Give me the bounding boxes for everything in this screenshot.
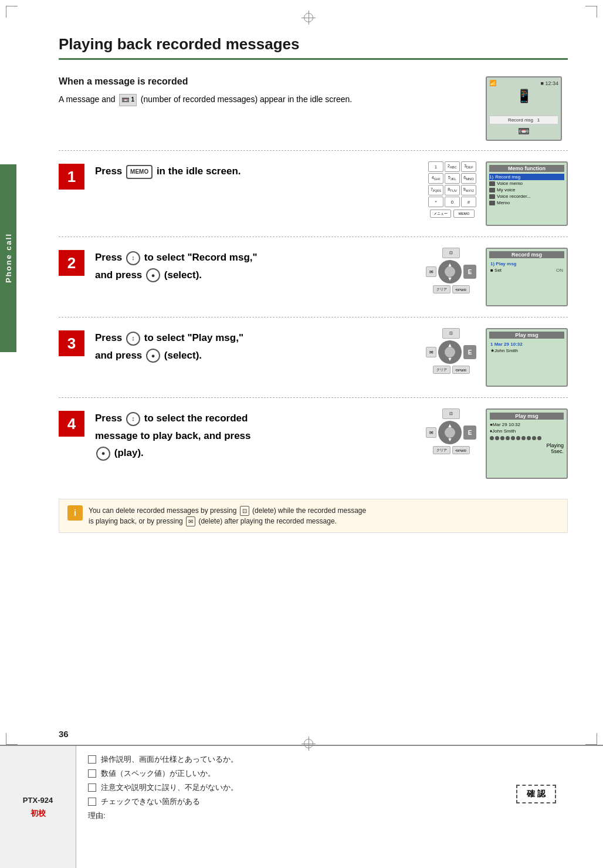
play-msg-title: Play msg <box>489 332 564 339</box>
record-screen-item-1: 1) Play msg <box>489 261 564 267</box>
progress-dot-1 <box>490 436 494 440</box>
step-2-images: ⊡ ✉ ▲ ▼ E <box>426 248 568 306</box>
page-title: Playing back recorded messages <box>59 35 568 60</box>
key-8: 8TUV <box>445 185 460 195</box>
corner-mark-br <box>585 733 597 745</box>
step-3-content: Press ↕ to select "Play msg," and press … <box>95 328 568 387</box>
intro-heading: When a message is recorded <box>59 76 474 87</box>
step-3-number: 3 <box>59 330 84 356</box>
key-3: 3DEF <box>461 161 476 172</box>
memo-item-4: Voice recorder... <box>489 193 564 200</box>
step-3-action1: to select "Play msg," <box>144 332 243 343</box>
checkbox-2 <box>88 769 96 778</box>
e-button-2: E <box>463 265 476 279</box>
step-2-text: Press ↕ to select "Record msg," and pres… <box>95 248 415 282</box>
bottom-section: PTX-924 初校 操作説明、画面が仕様とあっているか。 数値（スペック値）が… <box>0 745 603 868</box>
step-2-content: Press ↕ to select "Record msg," and pres… <box>95 248 568 306</box>
checkbox-4 <box>88 798 96 806</box>
corner-mark-tl <box>6 6 18 18</box>
record-screen-item-2: ■ Set ON <box>489 267 564 273</box>
nav-pad-4: ⊡ ✉ ▲ ▼ E <box>426 408 476 454</box>
step-3-action2: (select). <box>164 350 202 361</box>
progress-dot-7 <box>521 436 526 440</box>
screen-time: ■ 12:34 <box>541 80 558 86</box>
message-icon: 📼 1 <box>119 94 137 107</box>
nav-pad-3: ⊡ ✉ ▲ ▼ E <box>426 328 476 374</box>
step-4-number: 4 <box>59 411 84 437</box>
key-2: 2ABC <box>445 161 460 172</box>
nav-bottom-right-2: ⟲PWR <box>452 285 470 293</box>
step-3: 3 Press ↕ to select "Play msg," and pres… <box>59 318 568 398</box>
intro-body: A message and 📼 1 (number of recorded me… <box>59 93 474 106</box>
select-key-3: ● <box>146 349 160 363</box>
step-2-and-press: and press <box>95 269 145 281</box>
playing-name: ♦John Smith <box>490 428 564 434</box>
memo-item-1: 1)Record msg <box>489 174 564 180</box>
key-4: 4GHI <box>428 173 443 184</box>
key-5: 5JKL <box>445 173 460 184</box>
record-msg-screen: Record msg 1) Play msg ■ Set ON <box>486 248 568 306</box>
step-1-text: Press MEMO in the idle screen. <box>95 161 418 179</box>
nav-bottom-left-2: クリア <box>433 285 450 293</box>
nav-pad-2: ⊡ ✉ ▲ ▼ E <box>426 248 476 293</box>
key-0: 0 <box>445 197 460 207</box>
play-msg-item-2: ★John Smith <box>489 347 564 354</box>
kakunin-badge: 確 認 <box>516 785 556 803</box>
keypad-grid: 1 2ABC 3DEF 4GHI 5JKL 6MNO 7PQRS 8TUV 9W… <box>428 161 476 207</box>
step-2-number: 2 <box>59 250 84 276</box>
keypad-display: 1 2ABC 3DEF 4GHI 5JKL 6MNO 7PQRS 8TUV 9W… <box>428 161 476 218</box>
key-1: 1 <box>428 161 443 172</box>
nav-center-2 <box>445 266 455 277</box>
phone-icon: 📱 <box>516 89 532 104</box>
nav-bottom-left-3: クリア <box>433 366 450 374</box>
menu-key: メニュー <box>430 210 451 218</box>
key-hash: # <box>461 197 476 207</box>
memo-bottom-key: MEMO <box>453 210 475 218</box>
memo-item-2: Voice memo <box>489 180 564 187</box>
nav-key-2: ↕ <box>126 251 140 265</box>
page-number: 36 <box>59 729 69 739</box>
nav-bottom-right-3: ⟲PWR <box>452 366 470 374</box>
revision-text: 初校 <box>31 808 46 819</box>
e-button-4: E <box>463 425 476 440</box>
note-icon: i <box>67 505 83 521</box>
key-7: 7PQRS <box>428 185 443 195</box>
key-star: * <box>428 197 443 207</box>
step-4: 4 Press ↕ to select the recorded message… <box>59 398 568 489</box>
playing-time: 5sec. <box>490 448 564 454</box>
playing-screen-title: Play msg <box>490 413 564 420</box>
step-4-images: ⊡ ✉ ▲ ▼ E <box>426 408 568 479</box>
nav-top-btn-4: ⊡ <box>442 408 460 419</box>
memo-screen-title: Memo function <box>489 165 564 172</box>
step-4-action1: to select the recorded <box>144 413 248 424</box>
nav-top-btn-2: ⊡ <box>442 248 460 258</box>
nav-mail-btn-2: ✉ <box>426 266 436 277</box>
step-4-content: Press ↕ to select the recorded message t… <box>95 408 568 479</box>
playing-date: ●Mar 29 10:32 <box>490 422 564 427</box>
progress-dot-2 <box>495 436 499 440</box>
side-tab: Phone call <box>0 164 16 352</box>
checklist-item-2: 数値（スペック値）が正しいか。 <box>88 768 591 779</box>
step-1-content: Press MEMO in the idle screen. 1 2ABC 3D… <box>95 161 568 226</box>
step-1-images: 1 2ABC 3DEF 4GHI 5JKL 6MNO 7PQRS 8TUV 9W… <box>428 161 568 226</box>
step-3-images: ⊡ ✉ ▲ ▼ E <box>426 328 568 387</box>
step-4-press: Press <box>95 413 125 424</box>
step-2-press1: Press <box>95 252 125 263</box>
checklist-item-1: 操作説明、画面が仕様とあっているか。 <box>88 754 591 765</box>
progress-dot-8 <box>527 436 531 440</box>
keypad-bottom-row: メニュー MEMO <box>430 210 475 218</box>
side-tab-label: Phone call <box>4 233 13 283</box>
nav-top-btn-3: ⊡ <box>442 328 460 339</box>
step-4-text: Press ↕ to select the recorded message t… <box>95 408 415 461</box>
idle-screen: 📶 ■ 12:34 📱 Record msg 1 📼 <box>486 76 562 141</box>
step-1-number: 1 <box>59 164 84 190</box>
corner-mark-bl <box>6 733 18 745</box>
step-4-action2: message to play back, and press <box>95 430 251 441</box>
idle-screen-container: 📶 ■ 12:34 📱 Record msg 1 📼 <box>486 76 568 141</box>
nav-key-3: ↕ <box>126 332 140 346</box>
nav-mail-btn-4: ✉ <box>426 427 436 438</box>
nav-bottom-right-4: ⟲PWR <box>452 446 470 454</box>
progress-dot-9 <box>532 436 536 440</box>
nav-circle-2: ▲ ▼ <box>438 260 462 283</box>
checkbox-1 <box>88 755 96 764</box>
